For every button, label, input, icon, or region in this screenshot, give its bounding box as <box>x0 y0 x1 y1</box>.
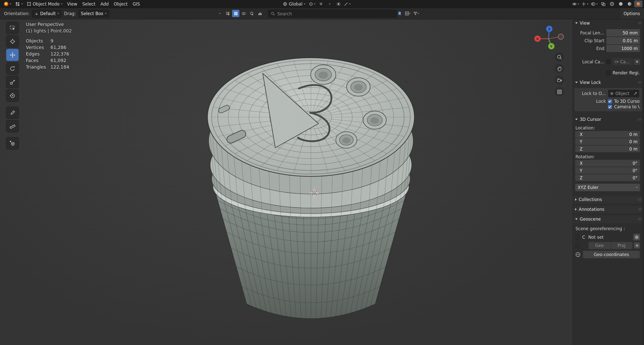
eyedropper-icon[interactable] <box>633 92 637 95</box>
proj-button[interactable]: Proj <box>610 242 632 249</box>
navigation-gizmo[interactable]: Z X Y <box>531 21 567 56</box>
axis-neg-ball[interactable] <box>558 34 564 39</box>
tool-add-cube[interactable] <box>6 137 19 150</box>
panel-3d-cursor-header[interactable]: 3D Cursor <box>573 115 644 123</box>
shading-wireframe-button[interactable] <box>608 1 616 7</box>
cursor-location-x-field[interactable]: X 0 m <box>575 131 640 138</box>
show-overlays-button[interactable] <box>590 1 599 7</box>
stats-row: Objects9 <box>26 38 72 44</box>
render-region-checkbox[interactable] <box>606 71 611 75</box>
menu-object[interactable]: Object <box>111 1 130 7</box>
tool-move[interactable] <box>6 49 19 61</box>
geo-proj-radio[interactable] <box>575 243 580 248</box>
menu-select[interactable]: Select <box>80 1 98 7</box>
clip-end-field[interactable]: 1000 m <box>606 45 640 52</box>
search-box[interactable] <box>268 10 397 18</box>
tool-annotate[interactable] <box>6 107 19 119</box>
lock-to-object-field[interactable]: Object <box>608 89 639 97</box>
bookmark-button[interactable] <box>396 10 403 17</box>
object-visibility-button[interactable] <box>571 1 580 7</box>
mode-select[interactable]: Object Mode <box>25 1 65 7</box>
search-input[interactable] <box>277 11 394 17</box>
geo-button[interactable]: Geo <box>588 242 610 249</box>
tool-cursor[interactable] <box>6 35 19 47</box>
object-mode-icon <box>27 2 31 6</box>
lock-to-3d-cursor-checkbox[interactable] <box>608 99 612 104</box>
model-coffee-cup[interactable] <box>201 50 427 327</box>
cursor-location-z-field[interactable]: Z 0 m <box>575 145 640 152</box>
clear-camera-button[interactable] <box>634 59 640 65</box>
bars-icon <box>258 11 262 16</box>
gizmo-icon <box>581 2 586 7</box>
shading-mode-button[interactable] <box>248 10 255 17</box>
focal-length-field[interactable]: 50 mm <box>606 29 640 36</box>
ortho-grid-button[interactable] <box>555 87 564 96</box>
proportional-editing-button[interactable] <box>334 1 343 7</box>
tool-scale[interactable] <box>6 76 19 88</box>
local-camera-field[interactable]: Ca... <box>613 58 633 65</box>
camera-view-button[interactable] <box>555 75 564 85</box>
blender-menu-button[interactable] <box>2 1 13 7</box>
panel-grip[interactable] <box>638 81 642 84</box>
menu-view[interactable]: View <box>65 1 80 7</box>
shading-rendered-button[interactable] <box>634 1 642 7</box>
transform-orientation-select[interactable]: Global <box>281 1 307 7</box>
pivot-point-button[interactable] <box>308 1 316 7</box>
shading-material-button[interactable] <box>625 1 634 7</box>
stats-overlay-button[interactable] <box>256 10 263 17</box>
caret-icon <box>21 4 23 5</box>
gis-dropdown-button[interactable] <box>216 10 223 17</box>
cursor-location-y-field[interactable]: Y 0 m <box>575 138 640 145</box>
snap-settings-button[interactable] <box>326 1 334 7</box>
panel-view-lock-header[interactable]: View Lock <box>573 78 644 86</box>
proportional-dot-icon <box>337 2 341 6</box>
caret-icon <box>409 13 411 14</box>
tool-rotate[interactable] <box>6 62 19 75</box>
display-mode-button[interactable] <box>404 10 411 17</box>
add-crs-button[interactable]: + <box>634 242 640 249</box>
overlay-spheres-button[interactable] <box>240 10 247 17</box>
filter-button[interactable] <box>412 10 420 17</box>
texture-view-toggle-button[interactable] <box>232 10 239 17</box>
options-button[interactable]: Options <box>619 8 644 19</box>
orientation-select[interactable]: Default <box>32 10 62 18</box>
cursor-rotation-z-field[interactable]: Z 0° <box>575 174 640 181</box>
pan-button[interactable] <box>555 64 564 73</box>
location-label: Location: <box>575 125 640 130</box>
drag-select[interactable]: Select Box <box>78 10 109 18</box>
panel-grip[interactable] <box>638 22 642 24</box>
show-gizmos-button[interactable] <box>580 1 589 7</box>
panel-geoscene-header[interactable]: Geoscene <box>573 215 644 223</box>
crs-settings-button[interactable] <box>633 234 640 240</box>
zoom-button[interactable] <box>555 52 564 62</box>
menu-add[interactable]: Add <box>98 1 111 7</box>
xray-toggle-button[interactable] <box>599 1 607 7</box>
clip-start-field[interactable]: 0.01 m <box>606 37 640 44</box>
stats-row: Faces61,092 <box>26 57 72 64</box>
shading-solid-button[interactable] <box>617 1 625 7</box>
camera-to-view-checkbox[interactable] <box>608 105 612 109</box>
panel-annotations-header[interactable]: Annotations <box>573 205 644 213</box>
cursor-rotation-x-field[interactable]: X 0° <box>575 160 640 167</box>
snap-toggle-button[interactable] <box>317 1 325 7</box>
panel-collections-header[interactable]: Collections <box>573 195 644 204</box>
cursor-rotation-y-field[interactable]: Y 0° <box>575 167 640 174</box>
basemap-palette-button[interactable] <box>224 10 231 17</box>
editor-type-button[interactable] <box>13 1 25 7</box>
panel-grip[interactable] <box>638 198 642 201</box>
panel-grip[interactable] <box>638 118 642 121</box>
tool-transform[interactable] <box>6 89 19 102</box>
proportional-falloff-button[interactable] <box>343 1 351 7</box>
geo-coordinates-button[interactable]: Geo-coordinates <box>583 251 640 259</box>
tool-measure[interactable] <box>6 120 19 132</box>
menu-gis[interactable]: GIS <box>130 1 142 7</box>
rotation-mode-select[interactable]: XYZ Euler <box>575 184 640 191</box>
panel-view-header[interactable]: View <box>573 19 644 27</box>
crs-radio[interactable] <box>575 235 580 239</box>
orientation-label: Global <box>289 2 302 7</box>
local-camera-checkbox[interactable] <box>606 60 611 64</box>
crs-letter: C <box>582 235 585 240</box>
panel-grip[interactable] <box>638 208 642 211</box>
tool-select-box[interactable] <box>6 22 19 34</box>
panel-grip[interactable] <box>638 218 642 220</box>
